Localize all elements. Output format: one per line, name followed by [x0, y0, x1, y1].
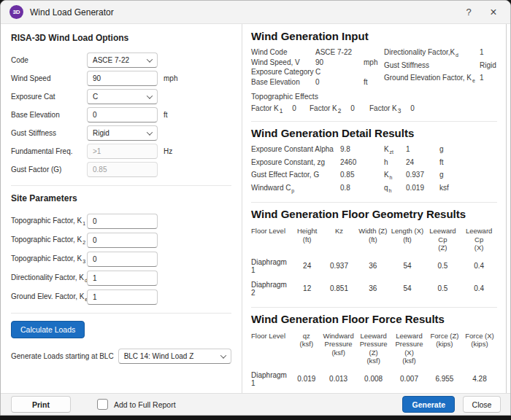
titlebar: 3D Wind Load Generator ? × [1, 1, 510, 24]
code-select[interactable]: ASCE 7-22 [87, 52, 158, 68]
exposure-select[interactable]: C [87, 89, 158, 104]
k1-label: Topographic Factor, K 1 [11, 217, 87, 226]
close-window-icon[interactable]: × [481, 3, 506, 22]
cell: 54 [390, 255, 424, 278]
column-header: Leeward Pressure (Z) (ksf) [356, 330, 391, 368]
gust-factor-row: Gust Factor (G) [11, 160, 231, 179]
column-header: Floor Level [251, 330, 292, 368]
code-row: Code ASCE 7-22 [11, 51, 231, 69]
ke-input[interactable] [87, 289, 158, 305]
gust-stiffness-row: Gust Stiffness Rigid [11, 124, 231, 142]
report-row: Windward C p 0.8 [251, 183, 384, 196]
row-value: 90 [315, 58, 364, 68]
exposure-row: Exposure Cat C [11, 88, 231, 106]
cell: 0.019 [292, 368, 321, 391]
blc-select[interactable]: BLC 14: Wind Load Z [118, 349, 231, 364]
row-unit: g [439, 170, 497, 183]
column-header: Leeward Cp (Z) [425, 225, 461, 255]
report-panel: Wind Generation Input Wind Code ASCE 7-2… [242, 24, 507, 393]
report-row: Gust Effect Factor, G 0.85 [251, 170, 384, 183]
gust-stiffness-label: Gust Stiffness [11, 129, 87, 137]
report-row: K h 0.937 g [384, 170, 497, 183]
help-button[interactable]: ? [456, 3, 481, 22]
k3-input[interactable] [87, 252, 158, 267]
close-button[interactable]: Close [463, 396, 501, 413]
base-elevation-input[interactable] [87, 107, 158, 122]
chevron-down-icon [147, 129, 153, 135]
force-section-title: Wind Generation Floor Force Results [251, 313, 497, 325]
wind-speed-label: Wind Speed [11, 74, 87, 82]
cell: 0.4 [461, 278, 497, 300]
cell: 0.008 [356, 368, 391, 391]
cell: 4.28 [462, 368, 497, 391]
report-row: Exposure Constant, zg 2460 [251, 158, 384, 171]
gust-stiffness-value: Rigid [93, 129, 110, 137]
site-parameters-header: Site Parameters [11, 193, 231, 203]
report-row: Gust Stiffness Rigid [384, 61, 497, 74]
options-panel: RISA-3D Wind Load Options Code ASCE 7-22… [1, 24, 242, 393]
exposure-label: Exposure Cat [11, 93, 87, 101]
row-label: h [384, 158, 406, 171]
cell: 6.955 [427, 368, 462, 391]
cell: 24 [292, 255, 323, 278]
column-header: Windward Pressure (ksf) [321, 330, 356, 368]
table-header-row: Floor Level Height (ft) Kz Width (Z) (ft… [251, 225, 497, 255]
row-value: 1 [480, 47, 497, 61]
geometry-section-title: Wind Generation Floor Geometry Results [251, 208, 497, 220]
row-unit: mph [364, 58, 384, 68]
row-unit [364, 47, 384, 58]
add-to-full-report-checkbox[interactable] [97, 399, 108, 410]
column-header: Leeward Pressure (X) (ksf) [391, 330, 427, 368]
table-row: Diaphragm 1 24 0.937 36 54 0.5 0.4 [251, 255, 497, 278]
base-elevation-label: Base Elevation [11, 111, 87, 119]
report-row: Ground Elevation Factor, K e 1 [384, 73, 497, 86]
add-to-full-report-label: Add to Full Report [114, 400, 176, 409]
wind-load-generator-dialog: 3D Wind Load Generator ? × RISA-3D Wind … [0, 0, 511, 416]
ke-row: Ground Elev. Factor, K e [11, 287, 231, 306]
report-row: Wind Speed, V 90 mph [251, 58, 384, 68]
ke-label: Ground Elev. Factor, K e [11, 292, 87, 302]
column-header: Height (ft) [292, 225, 323, 255]
calculate-loads-button[interactable]: Calculate Loads [11, 321, 85, 338]
row-value: 24 [406, 158, 439, 171]
section-divider [251, 202, 497, 203]
row-label: Exposure Category [251, 67, 315, 77]
detail-section-title: Wind Generation Detail Results [251, 127, 497, 139]
row-label: Wind Speed, V [251, 58, 315, 68]
row-unit: ksf [439, 183, 497, 196]
background-window-strip [0, 416, 511, 420]
titlebar-buttons: ? × [456, 3, 506, 22]
wind-speed-input[interactable] [87, 71, 158, 86]
floor-geometry-table: Floor Level Height (ft) Kz Width (Z) (ft… [251, 225, 497, 300]
section-divider [11, 185, 231, 186]
risa-3d-logo-icon: 3D [9, 5, 23, 19]
table-row: Diaphragm 2 12 0.851 36 54 0.5 0.4 [251, 278, 497, 300]
window-title: Wind Load Generator [30, 7, 114, 18]
k2-input[interactable] [87, 233, 158, 248]
wind-speed-row: Wind Speed mph [11, 69, 231, 88]
row-value: 0.019 [406, 183, 439, 196]
report-row: K zt 1 g [384, 144, 497, 158]
row-unit [364, 67, 384, 77]
report-row: Exposure Category C [251, 67, 384, 77]
row-label: Gust Effect Factor, G [251, 170, 340, 183]
cell: Diaphragm 2 [251, 278, 292, 300]
report-row: Base Elevation 0 ft [251, 77, 384, 88]
k1-input[interactable] [87, 214, 158, 229]
report-row: Wind Code ASCE 7-22 [251, 47, 384, 58]
row-label: Windward C p [251, 183, 340, 196]
cell: 0.007 [391, 368, 427, 391]
column-header: Length (X) (ft) [390, 225, 424, 255]
print-button[interactable]: Print [11, 396, 71, 413]
table-header-row: Floor Level qz (ksf) Windward Pressure (… [251, 330, 497, 368]
options-header: RISA-3D Wind Load Options [11, 33, 231, 43]
fundamental-freq-unit: Hz [164, 147, 231, 155]
kd-input[interactable] [87, 271, 158, 286]
generate-button[interactable]: Generate [402, 396, 455, 413]
blc-label: Generate Loads starting at BLC [11, 352, 114, 360]
row-label: K h [384, 170, 406, 183]
report-row: h 24 ft [384, 158, 497, 171]
gust-stiffness-select[interactable]: Rigid [87, 125, 158, 141]
wind-speed-unit: mph [164, 74, 231, 82]
report-row: Directionality Factor,K d 1 [384, 47, 497, 61]
